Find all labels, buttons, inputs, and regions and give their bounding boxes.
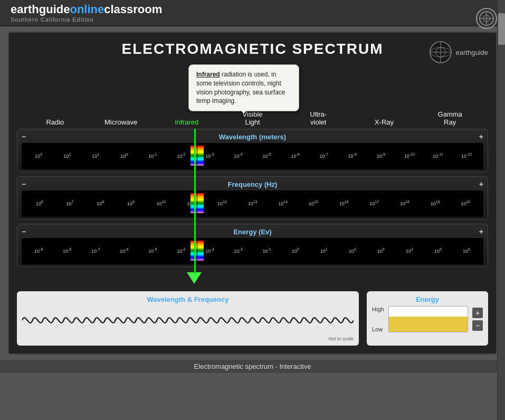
spectrum-colors-4 xyxy=(197,193,204,213)
tick: 107 xyxy=(55,200,85,206)
tick: 104 xyxy=(395,247,424,254)
tick: 10-5 xyxy=(253,152,281,159)
tick: 108 xyxy=(85,200,116,206)
tick: 1017 xyxy=(359,200,389,206)
logo: earthguideonlineclassroom Southern Calif… xyxy=(11,3,162,23)
label-microwave: Microwave xyxy=(88,118,154,126)
title-online: online xyxy=(70,3,104,16)
triangle-indicator xyxy=(187,272,202,284)
tick: 10-10 xyxy=(395,152,424,159)
site-title: earthguideonlineclassroom xyxy=(11,3,162,16)
header: earthguideonlineclassroom Southern Calif… xyxy=(0,0,505,26)
energy-panel-title: Energy xyxy=(372,295,483,303)
energy-ev-title: Energy (Ev) xyxy=(233,228,271,236)
energy-scale: − Energy (Ev) + 10-9 10-8 10-7 10-6 10-5 xyxy=(17,224,488,267)
frequency-plus-btn[interactable]: + xyxy=(479,180,483,188)
tick: 10-5 xyxy=(138,247,167,254)
energy-bar-container: High Low + − xyxy=(372,306,483,332)
energy-plus-btn[interactable]: + xyxy=(479,227,483,236)
tick: 10-2 xyxy=(224,247,252,254)
spectrum-labels-row: Radio Microwave Infrared VisibleLight Ul… xyxy=(17,110,488,126)
tick: 105 xyxy=(424,247,452,254)
frequency-scale: − Frequency (Hz) + 106 107 108 109 1010 xyxy=(17,176,488,219)
scrollbar-thumb[interactable] xyxy=(498,13,505,45)
earthguide-text: earthguide xyxy=(456,49,488,56)
tick: 100 xyxy=(110,152,138,159)
wavelength-minus-btn[interactable]: − xyxy=(22,132,26,141)
tick: 101 xyxy=(81,152,110,159)
tick: 102 xyxy=(338,247,367,254)
tick: 10-8 xyxy=(338,152,367,159)
energy-level-labels: High Low xyxy=(372,306,384,332)
tick: 1019 xyxy=(420,200,451,206)
title-earthguide: earthguide xyxy=(11,3,70,16)
energy-ruler: 10-9 10-8 10-7 10-6 10-5 10-4 10-3 10-2 … xyxy=(22,238,483,264)
wave-panel: Wavelength & Frequency Not to scale xyxy=(17,291,359,346)
label-radio: Radio xyxy=(22,118,88,126)
content-box: ELECTROMAGNETIC SPECTRUM earthguide Infr… xyxy=(8,32,497,355)
tick: 100 xyxy=(281,247,310,254)
tick: 10-12 xyxy=(452,152,481,159)
energy-ev-header: − Energy (Ev) + xyxy=(22,227,483,236)
tick: 10-8 xyxy=(53,247,81,254)
tick: 1018 xyxy=(389,200,420,206)
label-visible: VisibleLight xyxy=(220,110,285,126)
spectrum-colors-3 xyxy=(190,193,197,213)
energy-panel: Energy High Low + − xyxy=(367,291,488,346)
energy-controls: + − xyxy=(472,308,483,331)
earthguide-logo: earthguide xyxy=(429,41,488,64)
tooltip-bold-word: Infrared xyxy=(196,71,220,78)
wavelength-ruler: 103 102 101 100 10-1 10-2 10-3 10-4 10-5… xyxy=(22,143,483,169)
energy-plus-button[interactable]: + xyxy=(472,308,483,318)
wavelength-title: Wavelength (meters) xyxy=(219,133,286,141)
wave-panel-title: Wavelength & Frequency xyxy=(22,295,354,303)
page-title: ELECTROMAGNETIC SPECTRUM xyxy=(17,41,488,58)
tick: 10-11 xyxy=(424,152,452,159)
footer-text: Electromagnetic spectrum - Interactive xyxy=(194,362,311,370)
tick: 1016 xyxy=(329,200,359,206)
tick: 1015 xyxy=(298,200,329,206)
tick: 1013 xyxy=(237,200,268,206)
tick: 10-9 xyxy=(367,152,395,159)
label-gamma: GammaRay xyxy=(417,110,483,126)
spectrum-colors-5 xyxy=(190,241,197,261)
energy-minus-button[interactable]: − xyxy=(472,320,483,331)
label-xray: X-Ray xyxy=(351,118,417,126)
tick: 103 xyxy=(24,152,53,159)
spectrum-colors-2 xyxy=(197,146,204,166)
tick: 10-7 xyxy=(310,152,338,159)
tick: 1014 xyxy=(268,200,298,206)
main-container: ELECTROMAGNETIC SPECTRUM earthguide Infr… xyxy=(0,26,505,360)
tick: 10-6 xyxy=(281,152,310,159)
scrollbar[interactable] xyxy=(497,0,505,420)
label-ultraviolet: Ultra-violet xyxy=(285,110,351,126)
tick: 103 xyxy=(367,247,395,254)
tick: 1012 xyxy=(207,200,237,206)
header-logo-icon xyxy=(476,8,497,29)
spectrum-colors-1 xyxy=(190,146,197,166)
frequency-title: Frequency (Hz) xyxy=(228,180,278,188)
tooltip-bubble: Infrared radiation is used, in some tele… xyxy=(188,64,299,111)
tick: 10-4 xyxy=(224,152,252,159)
energy-minus-btn[interactable]: − xyxy=(22,227,26,236)
not-to-scale-label: Not to scale xyxy=(22,336,354,341)
energy-low-label: Low xyxy=(372,326,384,332)
label-infrared: Infrared xyxy=(154,118,220,126)
energy-high-label: High xyxy=(372,306,384,312)
tick: 10-1 xyxy=(253,247,281,254)
footer: Electromagnetic spectrum - Interactive xyxy=(0,360,505,373)
scales-area: − Wavelength (meters) + 103 102 101 xyxy=(17,129,488,287)
tick: 106 xyxy=(452,247,481,254)
tick: 1020 xyxy=(450,200,481,206)
wavelength-header: − Wavelength (meters) + xyxy=(22,132,483,141)
tick: 10-9 xyxy=(24,247,53,254)
tick: 109 xyxy=(116,200,146,206)
header-circle-icon xyxy=(476,8,497,29)
bottom-panels: Wavelength & Frequency Not to scale Ener… xyxy=(17,291,488,346)
tick: 102 xyxy=(53,152,81,159)
energy-bar xyxy=(388,306,468,332)
frequency-minus-btn[interactable]: − xyxy=(22,180,26,188)
frequency-header: − Frequency (Hz) + xyxy=(22,180,483,188)
wave-display xyxy=(22,306,354,335)
wavelength-plus-btn[interactable]: + xyxy=(479,132,483,141)
